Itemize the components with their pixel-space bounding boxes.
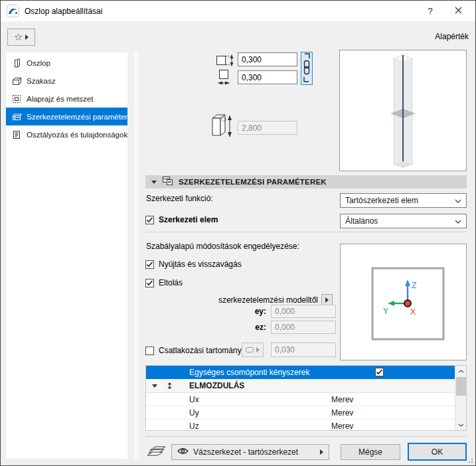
cancel-label: Mégse xyxy=(358,447,382,457)
column-height-input xyxy=(238,121,297,135)
default-mode-label: Alapérték xyxy=(435,32,469,41)
ok-label: OK xyxy=(432,447,443,457)
titlebar: Oszlop alapbeállításai ? xyxy=(1,1,475,21)
column-height-icon xyxy=(208,112,236,141)
check-icon xyxy=(146,261,153,268)
sidebar-item-szakasz[interactable]: Szakasz xyxy=(6,72,127,90)
window-title: Oszlop alapbeállításai xyxy=(25,7,102,16)
scroll-down-icon[interactable] xyxy=(455,420,467,430)
content-scrollbar-track xyxy=(134,52,138,459)
constraints-table: Egységes csomóponti kényszerek ↕ ELMOZDU… xyxy=(145,365,467,431)
table-group-elmozdulas[interactable]: ↕ ELMOZDULÁS xyxy=(146,379,455,393)
chevron-right-icon xyxy=(320,449,323,455)
rules-label: Szabályalapú módosítások engedélyezése: xyxy=(146,242,299,251)
collapse-triangle-icon xyxy=(151,181,157,184)
table-row-uy[interactable]: Uy Merev xyxy=(146,406,455,420)
row-value: Merev xyxy=(331,395,353,404)
row-name: Uy xyxy=(189,408,199,418)
model-offset-label: szerkezetelemzési modelltől xyxy=(145,295,318,305)
range-shape-icon xyxy=(246,347,254,352)
displacement-icon: ↕ xyxy=(166,381,173,391)
table-row-ux[interactable]: Ux Merev xyxy=(146,393,455,406)
check-icon xyxy=(146,216,153,224)
ez-label: ez: xyxy=(240,323,266,332)
group-label: ELMOZDULÁS xyxy=(189,381,244,390)
row-label: Egységes csomóponti kényszerek xyxy=(189,368,309,377)
section-axes-image: Z Y X xyxy=(341,244,466,360)
column-3d-preview xyxy=(339,50,467,171)
close-button[interactable] xyxy=(447,1,469,21)
chevron-right-icon xyxy=(25,35,29,40)
table-row-uz[interactable]: Uz Merev xyxy=(146,420,455,431)
chevron-down-icon xyxy=(455,196,461,205)
structural-function-label: Szerkezeti funkció: xyxy=(146,194,213,203)
ok-button[interactable]: OK xyxy=(408,443,467,461)
cancel-button[interactable]: Mégse xyxy=(341,444,400,460)
structural-function-value: Tartószerkezeti elem xyxy=(345,196,418,205)
core-width-input[interactable] xyxy=(238,70,297,84)
chevron-right-icon xyxy=(256,347,260,352)
structural-member-label: Szerkezeti elem xyxy=(159,215,218,224)
section-title: SZERKEZETELEMZÉSI PARAMÉTEREK xyxy=(179,178,327,186)
scrollbar-thumb[interactable] xyxy=(456,377,466,396)
connection-range-label: Csatlakozási tartomány xyxy=(159,346,242,355)
sidebar-item-szerkezetelemzesi[interactable]: Szerkezetelemzési paraméter... xyxy=(6,108,127,125)
ey-label: ey: xyxy=(240,307,266,316)
layer-value: Vázszerkezet - tartószerkezet xyxy=(193,447,315,457)
check-icon xyxy=(146,279,153,287)
sidebar-item-oszlop[interactable]: Oszlop xyxy=(6,54,127,72)
eye-icon xyxy=(177,447,189,457)
section-header-structural[interactable]: SZERKEZETELEMZÉSI PARAMÉTEREK xyxy=(145,175,467,189)
row-value: Merev xyxy=(331,422,353,431)
structural-function-dropdown[interactable]: Tartószerkezeti elem xyxy=(340,193,467,208)
row-name: Uz xyxy=(189,422,199,431)
row-name: Ux xyxy=(189,395,199,404)
layers-icon xyxy=(146,445,167,461)
connection-range-input xyxy=(271,343,336,357)
offset-label: Eltolás xyxy=(159,278,183,287)
table-scrollbar[interactable] xyxy=(455,366,466,430)
footer-divider xyxy=(145,436,467,437)
connection-range-checkbox[interactable] xyxy=(145,347,154,355)
ez-input xyxy=(271,321,336,334)
help-button[interactable]: ? xyxy=(419,1,441,21)
close-icon xyxy=(455,7,462,16)
link-dimensions-button[interactable] xyxy=(301,52,313,85)
resize-grip[interactable] xyxy=(467,457,473,463)
row-value: Merev xyxy=(331,408,353,418)
section-axes-preview: Z Y X xyxy=(340,244,467,360)
check-icon xyxy=(376,368,383,376)
chevron-down-icon xyxy=(455,216,461,226)
stretch-checkbox[interactable] xyxy=(145,260,154,269)
sidebar-item-osztalyozas[interactable]: Osztályozás és tulajdonságok xyxy=(6,125,127,143)
table-row-uniform-constraints[interactable]: Egységes csomóponti kényszerek xyxy=(146,366,455,379)
column-3d-image xyxy=(340,50,466,171)
core-width-icon xyxy=(216,68,234,89)
axis-y-label: Y xyxy=(383,307,388,316)
sidebar-item-label: Szakasz xyxy=(27,77,55,85)
structural-params-icon xyxy=(162,176,173,188)
column-icon xyxy=(11,58,22,68)
collapse-triangle-icon xyxy=(152,384,157,388)
scroll-up-icon[interactable] xyxy=(455,366,467,376)
uniform-constraints-checkbox[interactable] xyxy=(375,368,384,376)
floorplan-section-icon xyxy=(11,94,22,104)
structural-member-checkbox[interactable] xyxy=(145,216,154,224)
axis-z-label: Z xyxy=(412,281,416,290)
segment-icon xyxy=(11,76,22,86)
sidebar-item-label: Osztályozás és tulajdonságok xyxy=(27,131,127,139)
settings-sidebar: Oszlop Szakasz Alaprajz és metszet Szerk… xyxy=(6,52,127,459)
divider xyxy=(145,232,467,232)
star-icon: ☆ xyxy=(14,33,23,42)
model-offset-button[interactable] xyxy=(321,294,333,305)
layer-selector[interactable]: Vázszerkezet - tartószerkezet xyxy=(171,444,329,460)
sidebar-item-alaprajz[interactable]: Alaprajz és metszet xyxy=(6,90,127,108)
favorites-button[interactable]: ☆ xyxy=(7,29,35,46)
core-height-input[interactable] xyxy=(238,52,297,66)
structural-member-dropdown[interactable]: Általános xyxy=(340,214,467,228)
connection-range-button xyxy=(242,343,264,357)
offset-checkbox[interactable] xyxy=(145,279,154,287)
sidebar-item-label: Oszlop xyxy=(27,59,50,67)
sidebar-item-label: Alaprajz és metszet xyxy=(27,95,93,103)
structural-analysis-icon xyxy=(11,112,22,122)
